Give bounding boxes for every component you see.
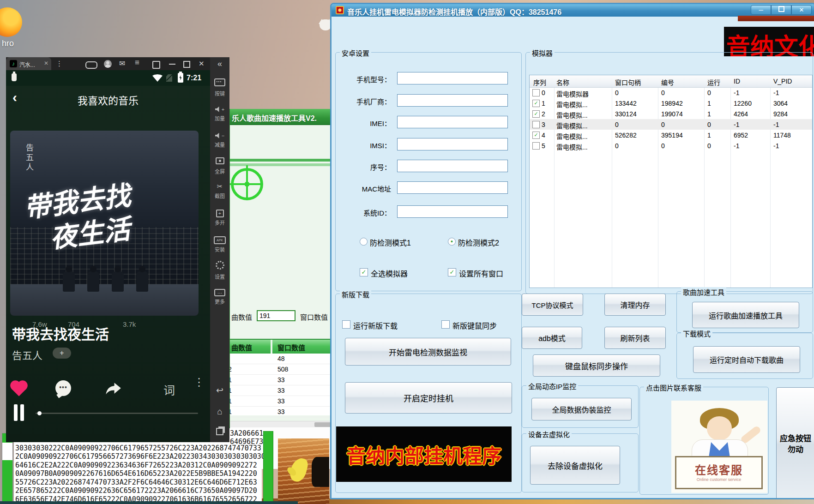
start-detect-monitor-button[interactable]: 开始雷电检测数据监视 bbox=[345, 338, 511, 366]
run-song-accel-button[interactable]: 运行歌曲加速播放工具 bbox=[692, 302, 799, 328]
adb-mode-button[interactable]: adb模式 bbox=[522, 327, 582, 349]
sidebar-item-install-apk[interactable]: APK安装 bbox=[210, 235, 229, 253]
table-row[interactable]: ✓ 4雷电模拟... 526282395194 1695211748 bbox=[530, 130, 812, 140]
close-icon[interactable]: ✕ bbox=[199, 60, 205, 67]
set-all-windows-checkbox[interactable]: ✓ bbox=[448, 268, 456, 276]
accel-tool-titlebar[interactable]: 乐人歌曲加速播放工具V2. bbox=[230, 109, 332, 125]
kebab-menu-icon[interactable]: ⋮ bbox=[56, 60, 63, 67]
cs-face bbox=[707, 416, 732, 440]
mail-icon[interactable]: ✉ bbox=[119, 60, 125, 67]
minimize-button[interactable]: ─ bbox=[751, 5, 771, 15]
comment-icon[interactable]: ••• bbox=[55, 380, 71, 396]
screen: hro 乐人歌曲加速播放工具V2. 曲数值 窗口数值 曲数值 窗口数值 48 2… bbox=[0, 0, 814, 504]
minimize-icon[interactable] bbox=[169, 64, 175, 65]
hamburger-menu-icon[interactable]: ≡ bbox=[135, 59, 139, 66]
kbmouse-sync-button[interactable]: 键盘鼠标同步操作 bbox=[533, 354, 660, 377]
new-kbmouse-sync-checkbox[interactable] bbox=[441, 320, 450, 329]
imei-input[interactable] bbox=[397, 116, 508, 128]
row-checkbox[interactable] bbox=[532, 121, 540, 128]
row-checkbox[interactable]: ✓ bbox=[532, 132, 540, 139]
progress-handle[interactable] bbox=[37, 411, 42, 415]
refresh-list-button[interactable]: 刷新列表 bbox=[604, 327, 666, 349]
table-row[interactable]: 3雷电模拟... 00 0-1-1 bbox=[530, 119, 812, 130]
maximize-icon[interactable] bbox=[183, 61, 190, 68]
android-recents-icon[interactable] bbox=[210, 427, 229, 438]
serial-input[interactable] bbox=[397, 160, 508, 172]
sidebar-item-volume-down[interactable]: −减量 bbox=[210, 131, 229, 148]
artist-name[interactable]: 告五人 bbox=[12, 347, 42, 362]
table-row[interactable]: 133 bbox=[230, 396, 332, 407]
progress-bar[interactable] bbox=[36, 413, 198, 414]
contact-group: 点击图片联系客服 在线客服 Online customer service bbox=[639, 387, 769, 495]
avatar-icon[interactable] bbox=[104, 60, 112, 68]
vertical-scrollbar[interactable] bbox=[263, 431, 273, 504]
count-input[interactable] bbox=[257, 310, 295, 321]
clean-memory-button[interactable]: 清理内存 bbox=[604, 294, 666, 316]
gear-icon bbox=[216, 261, 224, 270]
emergency-button[interactable]: 应急按钮 勿动 bbox=[776, 387, 814, 499]
mac-input[interactable] bbox=[397, 181, 508, 194]
table-row[interactable]: 5雷电模拟... 00 0-1-1 bbox=[530, 140, 812, 151]
count-label: 曲数值 bbox=[231, 312, 252, 322]
run-new-download-checkbox[interactable] bbox=[342, 320, 350, 329]
android-back-icon[interactable]: ↩ bbox=[210, 385, 229, 396]
new-download-group: 新版下载 运行新版下载 新版键鼠同步 开始雷电检测数据监视 开启定时挂机 音纳内… bbox=[335, 294, 522, 493]
background-picture bbox=[278, 438, 329, 504]
main-titlebar[interactable]: 音乐人挂机雷电模拟器防检测挂机播放（内部版）QQ：38251476 ─ ✕ bbox=[332, 4, 814, 17]
android-home-icon[interactable]: ⌂ bbox=[210, 407, 229, 417]
phone-model-input[interactable] bbox=[397, 72, 508, 84]
system-id-input[interactable] bbox=[397, 205, 508, 218]
row-checkbox[interactable]: ✓ bbox=[532, 100, 540, 107]
sidebar-item-multi-instance[interactable]: +多开 bbox=[210, 209, 229, 226]
sidebar-item-settings[interactable]: 设置 bbox=[210, 261, 229, 280]
customer-service-image[interactable]: 在线客服 Online customer service bbox=[671, 401, 767, 493]
table-row[interactable]: 2508 bbox=[230, 364, 332, 375]
row-checkbox[interactable] bbox=[532, 89, 540, 96]
pause-button[interactable] bbox=[14, 404, 28, 421]
share-icon[interactable] bbox=[104, 379, 123, 397]
tab-close-icon[interactable]: ✕ bbox=[44, 60, 48, 66]
table-row[interactable]: 0雷电模拟器 00 0-1-1 bbox=[530, 87, 812, 98]
phone-vendor-input[interactable] bbox=[397, 94, 508, 107]
anti-detect-mode1-radio[interactable] bbox=[360, 238, 368, 246]
global-data-spoof-button[interactable]: 全局数据伪装监控 bbox=[531, 398, 632, 420]
select-all-emulators-checkbox[interactable]: ✓ bbox=[360, 268, 368, 276]
anti-detect-mode2-radio[interactable]: ● bbox=[448, 238, 456, 246]
collapse-sidebar-icon[interactable]: « bbox=[210, 59, 229, 69]
table-row[interactable]: 133 bbox=[230, 375, 332, 385]
sidebar-item-more[interactable]: …更多 bbox=[210, 287, 229, 305]
tcp-mode-button[interactable]: TCP协议模式 bbox=[522, 294, 583, 316]
start-timed-afk-button[interactable]: 开启定时挂机 bbox=[345, 382, 512, 414]
group-label: 歌曲加速工具 bbox=[681, 287, 726, 297]
more-options-icon[interactable]: ⋮ bbox=[193, 379, 205, 385]
table-row[interactable]: 133 bbox=[230, 385, 332, 396]
sidebar-item-fullscreen[interactable]: 全屏 bbox=[210, 157, 229, 175]
follow-button[interactable]: + bbox=[53, 348, 71, 359]
sidebar-item-volume-up[interactable]: +加量 bbox=[210, 105, 229, 122]
remove-device-virtualization-button[interactable]: 去除设备虚拟化 bbox=[530, 446, 620, 485]
table-row[interactable]: 133 bbox=[230, 407, 332, 417]
album-art[interactable]: 告五人 带我去找 夜生活 bbox=[10, 131, 199, 316]
row-checkbox[interactable] bbox=[532, 142, 540, 150]
horizontal-scrollbar[interactable] bbox=[230, 421, 332, 428]
scrollbar-thumb[interactable] bbox=[314, 422, 332, 427]
run-auto-download-button[interactable]: 运行定时自动下载歌曲 bbox=[693, 346, 800, 373]
main-tool-window: 音乐人挂机雷电模拟器防检测挂机播放（内部版）QQ：38251476 ─ ✕ 音纳… bbox=[330, 3, 814, 499]
resize-window-icon[interactable] bbox=[152, 61, 160, 69]
emulator-tab[interactable]: ♪ 汽水... ✕ bbox=[6, 57, 51, 70]
internal-program-banner: 音纳内部挂机程序 bbox=[336, 426, 512, 482]
person-silhouette bbox=[112, 271, 124, 292]
imsi-input[interactable] bbox=[397, 138, 508, 150]
table-row[interactable]: ✓ 1雷电模拟... 133442198942 1122603064 bbox=[530, 98, 812, 108]
gamepad-icon[interactable] bbox=[85, 61, 97, 69]
sidebar-item-screenshot[interactable]: ✂截图 bbox=[210, 182, 229, 199]
table-row[interactable]: 48 bbox=[230, 354, 332, 364]
lyrics-button[interactable]: 词 bbox=[163, 381, 175, 398]
sidebar-item-keyboard[interactable]: 按键 bbox=[210, 78, 229, 97]
close-button[interactable]: ✕ bbox=[791, 5, 812, 15]
like-heart-icon[interactable] bbox=[12, 382, 26, 396]
row-checkbox[interactable]: ✓ bbox=[532, 110, 540, 118]
table-row[interactable]: ✓ 2雷电模拟... 330124199074 142649284 bbox=[530, 108, 812, 119]
maximize-button[interactable] bbox=[771, 5, 791, 15]
hex-line: 55726C223A202268747470733A2F2F6C64646C30… bbox=[15, 478, 257, 486]
